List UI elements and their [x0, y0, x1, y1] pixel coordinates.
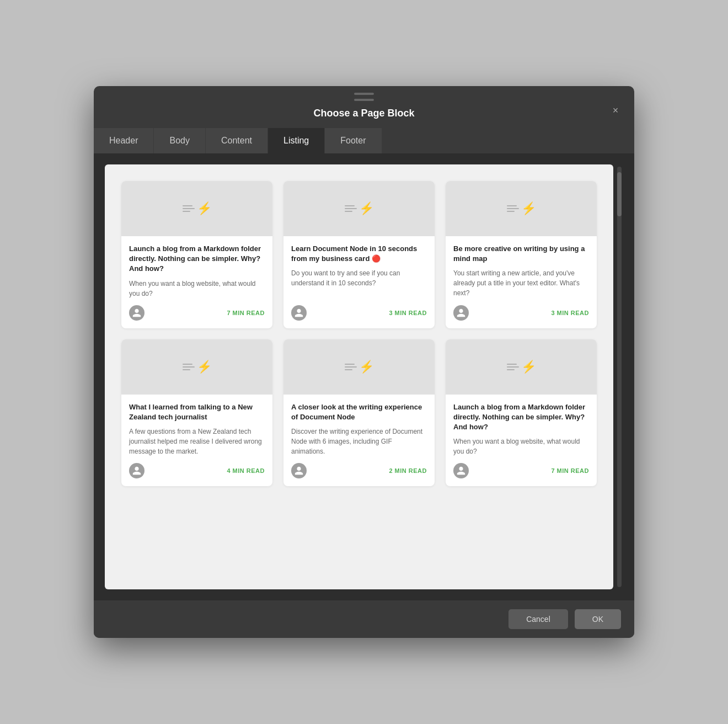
scrollbar-thumb[interactable] — [617, 172, 622, 216]
card-image: ⚡ — [283, 181, 435, 236]
card-title: What I learned from talking to a New Zea… — [129, 402, 265, 422]
card-title: Learn Document Node in 10 seconds from m… — [291, 244, 427, 264]
card-image: ⚡ — [121, 181, 272, 236]
card-footer: 3 MIN READ — [291, 305, 427, 321]
modal-header: Choose a Page Block × — [94, 102, 634, 119]
scrollbar-track — [617, 167, 622, 587]
read-time: 4 MIN READ — [227, 467, 265, 474]
card-image: ⚡ — [446, 339, 597, 395]
avatar — [453, 305, 469, 321]
card-title: Be more creative on writing by using a m… — [453, 244, 589, 264]
card-description: When you want a blog website, what would… — [453, 436, 589, 456]
list-item[interactable]: ⚡ Launch a blog from a Markdown folder d… — [121, 181, 272, 328]
card-content: Be more creative on writing by using a m… — [446, 236, 597, 328]
tab-body[interactable]: Body — [154, 128, 205, 153]
card-image: ⚡ — [283, 339, 435, 395]
bolt-icon: ⚡ — [507, 360, 536, 374]
card-image: ⚡ — [121, 339, 272, 395]
bolt-icon: ⚡ — [507, 201, 536, 216]
card-content: Launch a blog from a Markdown folder dir… — [446, 395, 597, 487]
card-footer: 7 MIN READ — [129, 305, 265, 321]
modal-dialog: Choose a Page Block × Header Body Conten… — [94, 86, 634, 638]
card-footer: 7 MIN READ — [453, 463, 589, 478]
cards-grid: ⚡ Launch a blog from a Markdown folder d… — [121, 181, 597, 486]
tab-header[interactable]: Header — [94, 128, 154, 153]
modal-body: ⚡ Launch a blog from a Markdown folder d… — [94, 153, 634, 600]
card-description: When you want a blog website, what would… — [129, 279, 265, 299]
card-content: Launch a blog from a Markdown folder dir… — [121, 236, 272, 328]
avatar — [129, 463, 144, 478]
close-button[interactable]: × — [608, 103, 623, 119]
tab-content[interactable]: Content — [206, 128, 268, 153]
read-time: 3 MIN READ — [389, 310, 427, 316]
modal-footer: Cancel OK — [94, 600, 634, 638]
read-time: 7 MIN READ — [551, 467, 589, 474]
cancel-button[interactable]: Cancel — [508, 609, 568, 629]
card-footer: 2 MIN READ — [291, 463, 427, 478]
list-item[interactable]: ⚡ A closer look at the writing experienc… — [283, 339, 435, 487]
read-time: 3 MIN READ — [551, 310, 589, 316]
tab-footer[interactable]: Footer — [325, 128, 382, 153]
bolt-icon: ⚡ — [183, 201, 212, 216]
tabs-bar: Header Body Content Listing Footer — [94, 128, 634, 153]
avatar — [291, 305, 307, 321]
ok-button[interactable]: OK — [575, 609, 621, 629]
card-footer: 4 MIN READ — [129, 463, 265, 478]
card-description: Do you want to try and see if you can un… — [291, 268, 427, 298]
card-description: Discover the writing experience of Docum… — [291, 427, 427, 456]
list-item[interactable]: ⚡ Learn Document Node in 10 seconds from… — [283, 181, 435, 328]
card-footer: 3 MIN READ — [453, 305, 589, 321]
card-description: You start writing a new article, and you… — [453, 268, 589, 298]
card-title: Launch a blog from a Markdown folder dir… — [453, 402, 589, 433]
modal-title: Choose a Page Block — [313, 108, 414, 119]
card-description: A few questions from a New Zealand tech … — [129, 427, 265, 456]
list-item[interactable]: ⚡ Launch a blog from a Markdown folder d… — [446, 339, 597, 487]
card-title: A closer look at the writing experience … — [291, 402, 427, 422]
list-item[interactable]: ⚡ What I learned from talking to a New Z… — [121, 339, 272, 487]
drag-handle — [94, 86, 634, 102]
scrollbar[interactable] — [615, 164, 623, 589]
list-item[interactable]: ⚡ Be more creative on writing by using a… — [446, 181, 597, 328]
tab-listing[interactable]: Listing — [268, 128, 325, 153]
card-image: ⚡ — [446, 181, 597, 236]
bolt-icon: ⚡ — [345, 360, 374, 374]
read-time: 7 MIN READ — [227, 310, 265, 316]
card-content: Learn Document Node in 10 seconds from m… — [283, 236, 435, 328]
card-content: A closer look at the writing experience … — [283, 395, 435, 487]
content-area: ⚡ Launch a blog from a Markdown folder d… — [105, 164, 613, 589]
avatar — [291, 463, 307, 478]
read-time: 2 MIN READ — [389, 467, 427, 474]
avatar — [453, 463, 469, 478]
avatar — [129, 305, 144, 321]
bolt-icon: ⚡ — [345, 201, 374, 216]
card-content: What I learned from talking to a New Zea… — [121, 395, 272, 487]
bolt-icon: ⚡ — [183, 360, 212, 374]
card-title: Launch a blog from a Markdown folder dir… — [129, 244, 265, 274]
